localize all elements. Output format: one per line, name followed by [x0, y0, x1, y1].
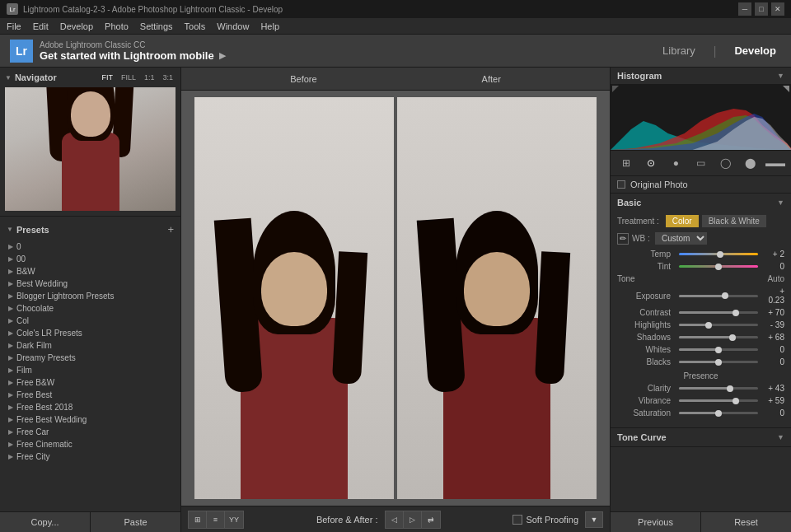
- radial-filter-tool-icon[interactable]: ◯: [717, 154, 735, 172]
- treatment-color-button[interactable]: Color: [666, 215, 699, 227]
- minimize-button[interactable]: ─: [738, 2, 751, 16]
- highlights-slider-thumb[interactable]: [705, 322, 712, 329]
- menu-settings[interactable]: Settings: [140, 21, 173, 31]
- tint-slider-thumb[interactable]: [715, 264, 722, 270]
- menu-window[interactable]: Window: [217, 21, 249, 31]
- preset-item[interactable]: ▶Cole's LR Presets: [3, 327, 177, 339]
- vibrance-slider[interactable]: [679, 399, 758, 402]
- tone-curve-header[interactable]: Tone Curve ▼: [611, 428, 791, 446]
- module-develop[interactable]: Develop: [729, 41, 781, 60]
- menu-edit[interactable]: Edit: [33, 21, 49, 31]
- tools-row: ⊞ ⊙ ● ▭ ◯ ⬤ ▬▬: [611, 151, 791, 176]
- temp-slider-thumb[interactable]: [717, 251, 723, 258]
- swap-left-button[interactable]: ◁: [386, 511, 404, 528]
- histogram-arrow-icon[interactable]: ▼: [777, 72, 784, 80]
- tone-curve-arrow-icon[interactable]: ▼: [777, 433, 784, 441]
- crop-tool-icon[interactable]: ⊞: [617, 154, 635, 172]
- loupe-view-button[interactable]: ≡: [207, 511, 225, 528]
- exposure-slider[interactable]: [679, 295, 758, 297]
- basic-section-content: Treatment : Color Black & White ✏ WB : C…: [611, 212, 791, 427]
- original-photo-checkbox[interactable]: [617, 180, 625, 189]
- soft-proofing-check-icon[interactable]: [513, 515, 522, 525]
- zoom-fill-button[interactable]: FILL: [119, 72, 138, 82]
- clarity-slider-thumb[interactable]: [727, 385, 733, 392]
- preset-item[interactable]: ▶Col: [3, 315, 177, 327]
- zoom-fit-button[interactable]: FIT: [99, 72, 115, 82]
- grid-view-button[interactable]: ⊞: [189, 511, 207, 528]
- presets-title[interactable]: ▼ Presets: [7, 225, 49, 235]
- preset-item[interactable]: ▶00: [3, 253, 177, 265]
- tint-slider[interactable]: [679, 265, 758, 268]
- whites-slider[interactable]: [679, 348, 758, 351]
- soft-proofing-checkbox[interactable]: Soft Proofing: [513, 515, 578, 525]
- vibrance-slider-thumb[interactable]: [732, 398, 739, 404]
- redeye-tool-icon[interactable]: ●: [667, 154, 685, 172]
- preset-item[interactable]: ▶Free Best Wedding: [3, 413, 177, 426]
- saturation-slider[interactable]: [679, 412, 758, 414]
- contrast-value: + 70: [761, 308, 784, 317]
- blacks-slider[interactable]: [679, 361, 758, 363]
- exposure-slider-thumb[interactable]: [722, 292, 728, 299]
- preset-item[interactable]: ▶0: [3, 240, 177, 253]
- maximize-button[interactable]: □: [755, 2, 768, 16]
- wb-dropdown[interactable]: Custom: [655, 232, 707, 245]
- cta-arrow-icon[interactable]: ▶: [219, 50, 226, 61]
- wb-dropper-icon[interactable]: ✏: [617, 233, 629, 245]
- highlights-slider[interactable]: [679, 324, 758, 326]
- whites-value: 0: [761, 345, 784, 354]
- preset-item[interactable]: ▶Dreamy Presets: [3, 352, 177, 364]
- clarity-slider[interactable]: [679, 387, 758, 390]
- blacks-fill: [679, 361, 718, 363]
- preset-item[interactable]: ▶Free Best 2018: [3, 401, 177, 413]
- soft-proofing-dropdown[interactable]: ▼: [585, 511, 603, 528]
- zoom-1-1-button[interactable]: 1:1: [142, 72, 157, 82]
- zoom-3-1-button[interactable]: 3:1: [160, 72, 176, 82]
- range-mask-tool-icon[interactable]: ▬▬: [766, 154, 784, 172]
- adjustment-brush-tool-icon[interactable]: ⬤: [742, 154, 760, 172]
- basic-arrow-icon[interactable]: ▼: [777, 198, 784, 207]
- contrast-slider-thumb[interactable]: [732, 310, 739, 316]
- module-library[interactable]: Library: [658, 41, 700, 60]
- treatment-bw-button[interactable]: Black & White: [702, 215, 766, 227]
- spot-removal-tool-icon[interactable]: ⊙: [642, 154, 660, 172]
- reset-button[interactable]: Reset: [701, 512, 791, 532]
- contrast-slider[interactable]: [679, 311, 758, 314]
- graduated-filter-tool-icon[interactable]: ▭: [691, 154, 709, 172]
- menu-develop[interactable]: Develop: [60, 21, 93, 31]
- preset-item[interactable]: ▶Chocolate: [3, 302, 177, 315]
- preset-item[interactable]: ▶Film: [3, 364, 177, 376]
- swap-button[interactable]: ⇄: [422, 511, 440, 528]
- preset-item[interactable]: ▶Free Best: [3, 389, 177, 401]
- topbar-cta[interactable]: Get started with Lightroom mobile: [40, 49, 214, 62]
- menu-photo[interactable]: Photo: [105, 21, 129, 31]
- tone-auto-button[interactable]: Auto: [767, 274, 784, 283]
- preset-item[interactable]: ▶B&W: [3, 265, 177, 278]
- shadows-slider[interactable]: [679, 336, 758, 338]
- presets-add-icon[interactable]: +: [167, 223, 174, 236]
- menu-tools[interactable]: Tools: [185, 21, 206, 31]
- menu-help[interactable]: Help: [260, 21, 279, 31]
- menu-file[interactable]: File: [7, 21, 21, 31]
- temp-slider[interactable]: [679, 253, 758, 255]
- preset-item[interactable]: ▶Dark Film: [3, 339, 177, 352]
- histogram-section: Histogram ▼: [611, 68, 791, 151]
- swap-right-button[interactable]: ▷: [404, 511, 422, 528]
- app-icon-text: Lr: [9, 6, 15, 13]
- preset-item[interactable]: ▶Free Cinematic: [3, 438, 177, 450]
- preset-item[interactable]: ▶Free B&W: [3, 376, 177, 389]
- histogram-highlight-clip-icon[interactable]: [783, 86, 789, 92]
- saturation-slider-thumb[interactable]: [715, 410, 722, 417]
- close-button[interactable]: ✕: [771, 2, 784, 16]
- preset-item[interactable]: ▶Free Car: [3, 426, 177, 438]
- compare-view-button[interactable]: YY: [225, 511, 243, 528]
- copy-button[interactable]: Copy...: [0, 512, 90, 532]
- preset-item[interactable]: ▶Free City: [3, 450, 177, 463]
- blacks-slider-thumb[interactable]: [715, 359, 722, 366]
- histogram-shadow-clip-icon[interactable]: [612, 86, 619, 92]
- whites-slider-thumb[interactable]: [715, 347, 722, 353]
- preset-item[interactable]: ▶Blogger Lightroom Presets: [3, 290, 177, 302]
- shadows-slider-thumb[interactable]: [729, 334, 736, 341]
- paste-button[interactable]: Paste: [91, 512, 180, 532]
- previous-button[interactable]: Previous: [611, 512, 700, 532]
- preset-item[interactable]: ▶Best Wedding: [3, 278, 177, 290]
